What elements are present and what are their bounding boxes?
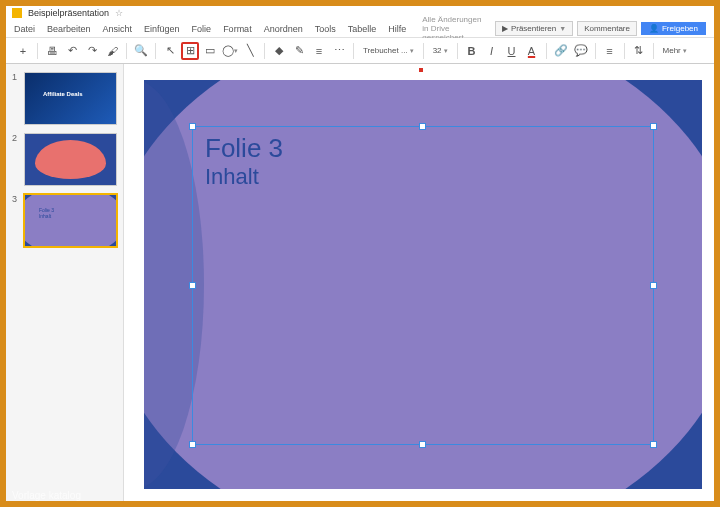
thumbnail-2[interactable] [24,133,117,186]
select-icon[interactable]: ↖ [161,42,179,60]
slide-subtitle[interactable]: Inhalt [205,164,641,190]
star-icon[interactable]: ☆ [115,8,123,18]
menu-help[interactable]: Hilfe [388,24,406,34]
link-icon[interactable]: 🔗 [552,42,570,60]
line-weight-icon[interactable]: ≡ [310,42,328,60]
menu-format[interactable]: Format [223,24,252,34]
line-dash-icon[interactable]: ⋯ [330,42,348,60]
resize-handle[interactable] [189,282,196,289]
resize-handle[interactable] [419,123,426,130]
slides-logo-icon [12,8,22,18]
toolbar: + 🖶 ↶ ↷ 🖌 🔍 ↖ ⊞ ▭ ◯▾ ╲ ◆ ✎ ≡ ⋯ Trebuchet… [6,38,714,64]
line-icon[interactable]: ╲ [241,42,259,60]
slide-title[interactable]: Folie 3 [205,133,641,164]
italic-icon[interactable]: I [483,42,501,60]
thumbnail-number: 2 [12,133,20,186]
redo-icon[interactable]: ↷ [83,42,101,60]
more-button[interactable]: Mehr ▾ [659,46,691,55]
print-icon[interactable]: 🖶 [43,42,61,60]
thumbnail-number: 1 [12,72,20,125]
line-color-icon[interactable]: ✎ [290,42,308,60]
font-selector[interactable]: Trebuchet ... ▾ [359,46,418,55]
font-size[interactable]: 32 ▾ [429,46,452,55]
bold-icon[interactable]: B [463,42,481,60]
thumbnail-1[interactable]: Affiliate Deals [24,72,117,125]
resize-handle[interactable] [650,123,657,130]
menu-edit[interactable]: Bearbeiten [47,24,91,34]
share-button[interactable]: 👤 Freigeben [641,22,706,35]
menu-arrange[interactable]: Anordnen [264,24,303,34]
menu-bar: Datei Bearbeiten Ansicht Einfügen Folie … [6,20,714,38]
menu-insert[interactable]: Einfügen [144,24,180,34]
resize-handle[interactable] [419,441,426,448]
app-window: Beispielpräsentation ☆ Datei Bearbeiten … [6,6,714,501]
present-button[interactable]: ▶ Präsentieren ▼ [495,21,573,36]
new-slide-button[interactable]: + [14,42,32,60]
slide-canvas[interactable]: Folie 3 Inhalt [144,80,702,489]
resize-handle[interactable] [650,282,657,289]
menu-tools[interactable]: Tools [315,24,336,34]
workspace: 1 Affiliate Deals 2 3 Folie 3Inhalt [6,64,714,501]
align-icon[interactable]: ≡ [601,42,619,60]
zoom-icon[interactable]: 🔍 [132,42,150,60]
undo-icon[interactable]: ↶ [63,42,81,60]
thumbnail-3[interactable]: Folie 3Inhalt [24,194,117,247]
ruler-marker-icon [419,68,423,72]
canvas-area: Folie 3 Inhalt [124,64,714,501]
textbox-icon[interactable]: ⊞ [181,42,199,60]
resize-handle[interactable] [189,441,196,448]
watermark: Vorlage katalog [12,490,81,501]
menu-view[interactable]: Ansicht [103,24,133,34]
comment-icon[interactable]: 💬 [572,42,590,60]
fill-color-icon[interactable]: ◆ [270,42,288,60]
document-title[interactable]: Beispielpräsentation [28,8,109,18]
menu-file[interactable]: Datei [14,24,35,34]
selected-textbox[interactable]: Folie 3 Inhalt [192,126,654,445]
menu-table[interactable]: Tabelle [348,24,377,34]
thumbnail-number: 3 [12,194,20,247]
thumbnail-panel: 1 Affiliate Deals 2 3 Folie 3Inhalt [6,64,124,501]
title-bar: Beispielpräsentation ☆ [6,6,714,20]
resize-handle[interactable] [650,441,657,448]
underline-icon[interactable]: U [503,42,521,60]
menu-slide[interactable]: Folie [192,24,212,34]
text-color-icon[interactable]: A [523,42,541,60]
comments-button[interactable]: Kommentare [577,21,637,36]
paint-format-icon[interactable]: 🖌 [103,42,121,60]
resize-handle[interactable] [189,123,196,130]
image-icon[interactable]: ▭ [201,42,219,60]
line-spacing-icon[interactable]: ⇅ [630,42,648,60]
shape-icon[interactable]: ◯▾ [221,42,239,60]
